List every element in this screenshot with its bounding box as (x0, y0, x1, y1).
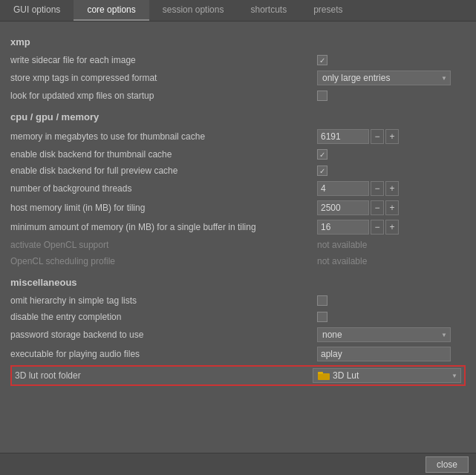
checkbox-disk-backend-thumbnail[interactable] (317, 149, 327, 160)
label-disable-entry-completion: disable the entry completion (10, 312, 317, 322)
control-memory-thumbnail: − + (317, 129, 466, 144)
row-password-storage: password storage backend to use none (10, 325, 466, 344)
row-omit-hierarchy: omit hierarchy in simple tag lists (10, 292, 466, 309)
checkbox-disk-backend-preview[interactable] (317, 166, 327, 176)
control-omit-hierarchy (317, 295, 466, 306)
spinbox-plus-host-memory-tiling[interactable]: + (385, 200, 399, 215)
dropdown-3d-lut-folder[interactable]: 3D Lut (313, 368, 461, 383)
row-store-xmp-tags: store xmp tags in compressed format only… (10, 68, 466, 88)
spinbox-input-background-threads[interactable] (317, 181, 369, 196)
row-look-for-updated: look for updated xmp files on startup (10, 88, 466, 104)
control-disable-entry-completion (317, 312, 466, 322)
label-host-memory-tiling: host memory limit (in MB) for tiling (10, 203, 317, 213)
control-password-storage: none (317, 327, 466, 342)
label-min-memory-tiling: minimum amount of memory (in MB) for a s… (10, 222, 317, 232)
row-3d-lut-folder: 3D lut root folder 3D Lut (10, 365, 466, 386)
control-3d-lut-folder: 3D Lut (313, 368, 461, 383)
not-available-opencl-scheduling: not available (317, 256, 367, 266)
label-executable-audio: executable for playing audio files (10, 349, 317, 359)
control-opencl-support: not available (317, 240, 466, 250)
row-disk-backend-preview: enable disk backend for full preview cac… (10, 163, 466, 179)
spinbox-plus-background-threads[interactable]: + (385, 181, 399, 196)
checkbox-write-sidecar[interactable] (317, 55, 327, 65)
checkbox-look-for-updated[interactable] (317, 91, 327, 101)
spinbox-input-min-memory-tiling[interactable] (317, 220, 369, 235)
row-host-memory-tiling: host memory limit (in MB) for tiling − + (10, 198, 466, 217)
3d-lut-folder-value: 3D Lut (333, 370, 359, 381)
spinbox-memory-thumbnail: − + (317, 129, 399, 144)
not-available-opencl-support: not available (317, 240, 367, 250)
label-store-xmp-tags: store xmp tags in compressed format (10, 73, 317, 83)
label-memory-thumbnail: memory in megabytes to use for thumbnail… (10, 131, 317, 142)
input-executable-audio[interactable] (317, 347, 451, 361)
label-write-sidecar: write sidecar file for each image (10, 55, 317, 65)
tab-shortcuts[interactable]: shortcuts (237, 0, 300, 21)
spinbox-background-threads: − + (317, 181, 399, 196)
row-opencl-scheduling: OpenCL scheduling profile not available (10, 253, 466, 269)
spinbox-minus-host-memory-tiling[interactable]: − (371, 200, 384, 215)
dropdown-password-storage[interactable]: none (317, 327, 451, 342)
checkbox-omit-hierarchy[interactable] (317, 295, 327, 306)
folder-icon (318, 371, 330, 380)
checkbox-disable-entry-completion[interactable] (317, 312, 327, 322)
tab-presets[interactable]: presets (300, 0, 356, 21)
spinbox-plus-min-memory-tiling[interactable]: + (385, 220, 399, 235)
spinbox-input-host-memory-tiling[interactable] (317, 200, 369, 215)
control-background-threads: − + (317, 181, 466, 196)
spinbox-host-memory-tiling: − + (317, 200, 399, 215)
bottom-bar: close (0, 453, 476, 475)
label-3d-lut-folder: 3D lut root folder (15, 370, 313, 381)
label-password-storage: password storage backend to use (10, 330, 317, 340)
row-opencl-support: activate OpenCL support not available (10, 237, 466, 253)
control-disk-backend-preview (317, 166, 466, 176)
row-memory-thumbnail: memory in megabytes to use for thumbnail… (10, 127, 466, 146)
row-background-threads: number of background threads − + (10, 179, 466, 198)
tab-gui-options[interactable]: GUI options (0, 0, 74, 21)
section-header-cpu: cpu / gpu / memory (10, 111, 466, 122)
row-disable-entry-completion: disable the entry completion (10, 309, 466, 325)
row-write-sidecar: write sidecar file for each image (10, 52, 466, 68)
close-button[interactable]: close (426, 456, 469, 473)
control-disk-backend-thumbnail (317, 149, 466, 160)
label-disk-backend-thumbnail: enable disk backend for thumbnail cache (10, 149, 317, 160)
spinbox-minus-memory-thumbnail[interactable]: − (371, 129, 384, 144)
label-look-for-updated: look for updated xmp files on startup (10, 91, 317, 101)
spinbox-input-memory-thumbnail[interactable] (317, 129, 369, 144)
label-disk-backend-preview: enable disk backend for full preview cac… (10, 166, 317, 176)
spinbox-plus-memory-thumbnail[interactable]: + (385, 129, 399, 144)
label-opencl-support: activate OpenCL support (10, 240, 317, 250)
control-store-xmp-tags: only large entries (317, 71, 466, 85)
row-disk-backend-thumbnail: enable disk backend for thumbnail cache (10, 146, 466, 163)
label-background-threads: number of background threads (10, 183, 317, 194)
main-content: xmp write sidecar file for each image st… (0, 22, 476, 453)
label-opencl-scheduling: OpenCL scheduling profile (10, 256, 317, 266)
section-header-misc: miscellaneous (10, 277, 466, 288)
control-write-sidecar (317, 55, 466, 65)
spinbox-minus-background-threads[interactable]: − (371, 181, 384, 196)
row-min-memory-tiling: minimum amount of memory (in MB) for a s… (10, 217, 466, 237)
tabs-bar: GUI options core options session options… (0, 0, 476, 22)
svg-rect-1 (318, 372, 323, 374)
control-host-memory-tiling: − + (317, 200, 466, 215)
spinbox-min-memory-tiling: − + (317, 220, 399, 235)
control-executable-audio (317, 347, 466, 361)
row-executable-audio: executable for playing audio files (10, 344, 466, 364)
spinbox-minus-min-memory-tiling[interactable]: − (371, 220, 384, 235)
control-look-for-updated (317, 91, 466, 101)
svg-rect-0 (318, 373, 330, 380)
control-opencl-scheduling: not available (317, 256, 466, 266)
tab-core-options[interactable]: core options (74, 0, 149, 21)
label-omit-hierarchy: omit hierarchy in simple tag lists (10, 295, 317, 306)
tab-session-options[interactable]: session options (149, 0, 238, 21)
section-header-xmp: xmp (10, 36, 466, 48)
control-min-memory-tiling: − + (317, 220, 466, 235)
dropdown-store-xmp-tags[interactable]: only large entries (317, 71, 451, 85)
